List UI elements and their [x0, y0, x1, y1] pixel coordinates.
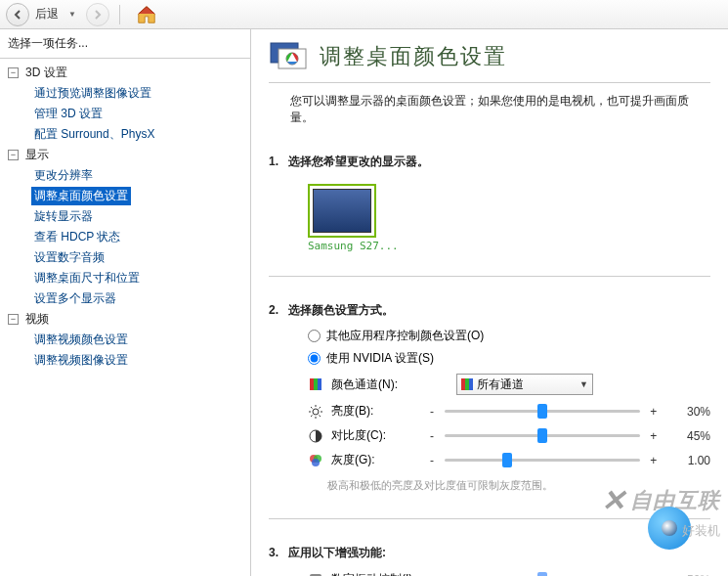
dv-icon: D — [308, 572, 323, 577]
tree-item-audio[interactable]: 设置数字音频 — [27, 247, 250, 268]
svg-line-15 — [320, 415, 321, 417]
collapse-icon[interactable]: − — [8, 314, 19, 325]
section3-title: 3.应用以下增强功能: — [269, 539, 710, 567]
page-description: 您可以调整显示器的桌面颜色设置；如果您使用的是电视机，也可提升画面质量。 — [251, 83, 728, 140]
tree-item-rotate[interactable]: 旋转显示器 — [27, 206, 250, 227]
contrast-icon — [308, 428, 323, 444]
back-button[interactable] — [6, 3, 29, 26]
page-title: 调整桌面颜色设置 — [320, 42, 507, 71]
collapse-icon[interactable]: − — [8, 67, 19, 78]
tree-item-video-color[interactable]: 调整视频颜色设置 — [27, 330, 250, 350]
task-label: 选择一项任务... — [0, 29, 250, 58]
section1-title: 1.选择您希望更改的显示器。 — [269, 148, 710, 176]
svg-rect-3 — [310, 378, 314, 390]
monitor-selector[interactable]: Samsung S27... — [308, 184, 399, 252]
gamma-slider[interactable] — [445, 459, 640, 462]
svg-line-17 — [320, 407, 321, 409]
radio-other-apps[interactable]: 其他应用程序控制颜色设置(O) — [269, 325, 710, 347]
home-icon[interactable] — [136, 4, 157, 25]
svg-point-9 — [313, 409, 319, 415]
gamma-icon — [308, 453, 323, 468]
gamma-row: 灰度(G): - + 1.00 — [269, 448, 710, 472]
radio-nvidia[interactable]: 使用 NVIDIA 设置(S) — [269, 347, 710, 370]
rgb-icon — [308, 377, 323, 392]
brightness-slider[interactable] — [445, 410, 640, 413]
monitor-label: Samsung S27... — [308, 240, 399, 252]
tree-item-physx[interactable]: 配置 Surround、PhysX — [27, 124, 250, 145]
toolbar-divider — [119, 5, 120, 24]
tree-item-manage-3d[interactable]: 管理 3D 设置 — [27, 104, 250, 124]
tree-item-hdcp[interactable]: 查看 HDCP 状态 — [27, 227, 250, 247]
digital-vibrance-row: D 数字振动控制(I): - + 50% — [269, 567, 710, 576]
nav-tree: − 3D 设置 通过预览调整图像设置 管理 3D 设置 配置 Surround、… — [0, 59, 250, 375]
slider-thumb[interactable] — [537, 572, 547, 576]
brightness-icon — [308, 404, 323, 420]
section2-title: 2.选择颜色设置方式。 — [269, 296, 710, 325]
gamma-note: 极高和极低的亮度及对比度值可限制灰度范围。 — [269, 472, 710, 499]
tree-cat-video[interactable]: − 视频 — [4, 309, 250, 330]
collapse-icon[interactable]: − — [8, 150, 19, 160]
svg-line-14 — [311, 407, 313, 409]
svg-rect-6 — [461, 378, 465, 390]
back-label: 后退 — [35, 6, 59, 22]
svg-rect-5 — [318, 378, 321, 390]
contrast-slider[interactable] — [445, 434, 640, 437]
svg-rect-4 — [314, 378, 318, 390]
tree-item-color-settings[interactable]: 调整桌面颜色设置 — [27, 186, 250, 206]
channel-dropdown[interactable]: 所有通道 ▼ — [456, 374, 593, 395]
tree-item-video-image[interactable]: 调整视频图像设置 — [27, 350, 250, 371]
slider-thumb[interactable] — [537, 404, 547, 419]
tree-cat-display[interactable]: − 显示 — [4, 145, 250, 165]
color-channel-row: 颜色通道(N): 所有通道 ▼ — [269, 370, 710, 399]
svg-rect-7 — [465, 378, 469, 390]
radio-nvidia-input[interactable] — [308, 352, 321, 365]
forward-button[interactable] — [86, 3, 109, 26]
chevron-down-icon: ▼ — [579, 379, 588, 389]
svg-point-21 — [312, 459, 320, 466]
contrast-row: 对比度(C): - + 45% — [269, 423, 710, 448]
radio-other-input[interactable] — [308, 330, 321, 342]
toolbar: 后退 ▼ — [0, 0, 728, 29]
tree-item-resolution[interactable]: 更改分辨率 — [27, 165, 250, 186]
sidebar: 选择一项任务... − 3D 设置 通过预览调整图像设置 管理 3D 设置 配置… — [0, 29, 251, 576]
slider-thumb[interactable] — [502, 453, 512, 467]
tree-cat-3d[interactable]: − 3D 设置 — [4, 63, 250, 83]
tree-item-size-position[interactable]: 调整桌面尺寸和位置 — [27, 268, 250, 288]
page-icon — [269, 41, 308, 72]
brightness-row: 亮度(B): - + 30% — [269, 399, 710, 423]
svg-line-16 — [311, 415, 313, 417]
content-panel: 调整桌面颜色设置 您可以调整显示器的桌面颜色设置；如果您使用的是电视机，也可提升… — [251, 29, 728, 576]
back-dropdown-icon[interactable]: ▼ — [68, 10, 76, 19]
svg-rect-8 — [469, 378, 473, 390]
tree-item-multi-display[interactable]: 设置多个显示器 — [27, 288, 250, 309]
tree-item-preview-3d[interactable]: 通过预览调整图像设置 — [27, 83, 250, 104]
slider-thumb[interactable] — [537, 428, 547, 443]
